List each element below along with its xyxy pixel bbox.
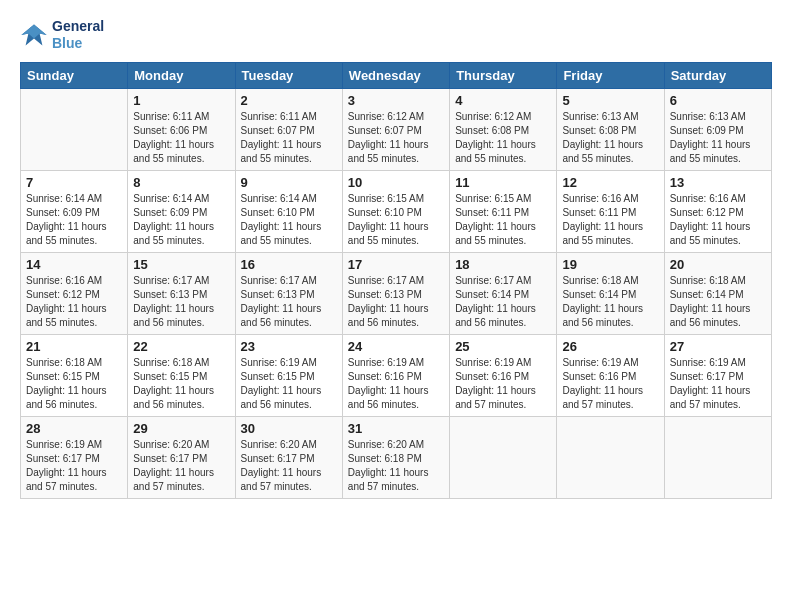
day-info: Sunrise: 6:19 AM Sunset: 6:16 PM Dayligh… — [455, 356, 551, 412]
day-of-week-header: Monday — [128, 62, 235, 88]
day-info: Sunrise: 6:20 AM Sunset: 6:17 PM Dayligh… — [133, 438, 229, 494]
calendar-cell: 21Sunrise: 6:18 AM Sunset: 6:15 PM Dayli… — [21, 334, 128, 416]
calendar-cell: 7Sunrise: 6:14 AM Sunset: 6:09 PM Daylig… — [21, 170, 128, 252]
calendar-cell — [21, 88, 128, 170]
day-of-week-header: Thursday — [450, 62, 557, 88]
calendar-cell — [557, 416, 664, 498]
calendar-cell: 20Sunrise: 6:18 AM Sunset: 6:14 PM Dayli… — [664, 252, 771, 334]
calendar-cell: 15Sunrise: 6:17 AM Sunset: 6:13 PM Dayli… — [128, 252, 235, 334]
calendar-cell: 4Sunrise: 6:12 AM Sunset: 6:08 PM Daylig… — [450, 88, 557, 170]
day-info: Sunrise: 6:15 AM Sunset: 6:10 PM Dayligh… — [348, 192, 444, 248]
calendar-cell: 3Sunrise: 6:12 AM Sunset: 6:07 PM Daylig… — [342, 88, 449, 170]
day-number: 30 — [241, 421, 337, 436]
day-number: 7 — [26, 175, 122, 190]
day-info: Sunrise: 6:19 AM Sunset: 6:15 PM Dayligh… — [241, 356, 337, 412]
day-number: 11 — [455, 175, 551, 190]
calendar-week-row: 1Sunrise: 6:11 AM Sunset: 6:06 PM Daylig… — [21, 88, 772, 170]
day-info: Sunrise: 6:16 AM Sunset: 6:11 PM Dayligh… — [562, 192, 658, 248]
day-number: 10 — [348, 175, 444, 190]
day-number: 28 — [26, 421, 122, 436]
day-info: Sunrise: 6:11 AM Sunset: 6:07 PM Dayligh… — [241, 110, 337, 166]
calendar-cell: 23Sunrise: 6:19 AM Sunset: 6:15 PM Dayli… — [235, 334, 342, 416]
day-number: 8 — [133, 175, 229, 190]
day-of-week-header: Friday — [557, 62, 664, 88]
day-info: Sunrise: 6:15 AM Sunset: 6:11 PM Dayligh… — [455, 192, 551, 248]
day-number: 15 — [133, 257, 229, 272]
calendar-cell: 30Sunrise: 6:20 AM Sunset: 6:17 PM Dayli… — [235, 416, 342, 498]
day-number: 9 — [241, 175, 337, 190]
day-of-week-header: Tuesday — [235, 62, 342, 88]
day-number: 2 — [241, 93, 337, 108]
day-number: 14 — [26, 257, 122, 272]
calendar-cell: 22Sunrise: 6:18 AM Sunset: 6:15 PM Dayli… — [128, 334, 235, 416]
calendar-header-row: SundayMondayTuesdayWednesdayThursdayFrid… — [21, 62, 772, 88]
calendar-cell: 17Sunrise: 6:17 AM Sunset: 6:13 PM Dayli… — [342, 252, 449, 334]
calendar-cell: 6Sunrise: 6:13 AM Sunset: 6:09 PM Daylig… — [664, 88, 771, 170]
logo-icon — [20, 21, 48, 49]
calendar-cell: 26Sunrise: 6:19 AM Sunset: 6:16 PM Dayli… — [557, 334, 664, 416]
day-info: Sunrise: 6:18 AM Sunset: 6:15 PM Dayligh… — [133, 356, 229, 412]
calendar-cell: 5Sunrise: 6:13 AM Sunset: 6:08 PM Daylig… — [557, 88, 664, 170]
calendar-cell: 29Sunrise: 6:20 AM Sunset: 6:17 PM Dayli… — [128, 416, 235, 498]
day-info: Sunrise: 6:19 AM Sunset: 6:17 PM Dayligh… — [26, 438, 122, 494]
day-of-week-header: Saturday — [664, 62, 771, 88]
day-number: 21 — [26, 339, 122, 354]
day-number: 6 — [670, 93, 766, 108]
day-info: Sunrise: 6:17 AM Sunset: 6:13 PM Dayligh… — [241, 274, 337, 330]
day-of-week-header: Wednesday — [342, 62, 449, 88]
calendar-cell: 18Sunrise: 6:17 AM Sunset: 6:14 PM Dayli… — [450, 252, 557, 334]
calendar-cell: 28Sunrise: 6:19 AM Sunset: 6:17 PM Dayli… — [21, 416, 128, 498]
calendar-cell: 10Sunrise: 6:15 AM Sunset: 6:10 PM Dayli… — [342, 170, 449, 252]
day-info: Sunrise: 6:20 AM Sunset: 6:18 PM Dayligh… — [348, 438, 444, 494]
calendar-table: SundayMondayTuesdayWednesdayThursdayFrid… — [20, 62, 772, 499]
day-info: Sunrise: 6:19 AM Sunset: 6:16 PM Dayligh… — [348, 356, 444, 412]
calendar-cell: 11Sunrise: 6:15 AM Sunset: 6:11 PM Dayli… — [450, 170, 557, 252]
logo: General Blue — [20, 18, 104, 52]
day-info: Sunrise: 6:18 AM Sunset: 6:15 PM Dayligh… — [26, 356, 122, 412]
calendar-cell: 19Sunrise: 6:18 AM Sunset: 6:14 PM Dayli… — [557, 252, 664, 334]
day-info: Sunrise: 6:12 AM Sunset: 6:08 PM Dayligh… — [455, 110, 551, 166]
day-info: Sunrise: 6:16 AM Sunset: 6:12 PM Dayligh… — [670, 192, 766, 248]
calendar-cell — [664, 416, 771, 498]
day-number: 17 — [348, 257, 444, 272]
day-number: 27 — [670, 339, 766, 354]
calendar-week-row: 14Sunrise: 6:16 AM Sunset: 6:12 PM Dayli… — [21, 252, 772, 334]
calendar-cell: 24Sunrise: 6:19 AM Sunset: 6:16 PM Dayli… — [342, 334, 449, 416]
day-info: Sunrise: 6:19 AM Sunset: 6:17 PM Dayligh… — [670, 356, 766, 412]
day-number: 29 — [133, 421, 229, 436]
day-info: Sunrise: 6:14 AM Sunset: 6:09 PM Dayligh… — [133, 192, 229, 248]
day-info: Sunrise: 6:17 AM Sunset: 6:13 PM Dayligh… — [348, 274, 444, 330]
calendar-cell: 25Sunrise: 6:19 AM Sunset: 6:16 PM Dayli… — [450, 334, 557, 416]
calendar-week-row: 7Sunrise: 6:14 AM Sunset: 6:09 PM Daylig… — [21, 170, 772, 252]
day-info: Sunrise: 6:18 AM Sunset: 6:14 PM Dayligh… — [670, 274, 766, 330]
page-header: General Blue — [20, 18, 772, 52]
svg-marker-1 — [21, 24, 46, 38]
day-number: 1 — [133, 93, 229, 108]
calendar-cell: 31Sunrise: 6:20 AM Sunset: 6:18 PM Dayli… — [342, 416, 449, 498]
day-info: Sunrise: 6:11 AM Sunset: 6:06 PM Dayligh… — [133, 110, 229, 166]
day-number: 18 — [455, 257, 551, 272]
day-number: 20 — [670, 257, 766, 272]
day-info: Sunrise: 6:20 AM Sunset: 6:17 PM Dayligh… — [241, 438, 337, 494]
day-number: 5 — [562, 93, 658, 108]
day-number: 4 — [455, 93, 551, 108]
calendar-cell: 16Sunrise: 6:17 AM Sunset: 6:13 PM Dayli… — [235, 252, 342, 334]
calendar-cell — [450, 416, 557, 498]
day-number: 26 — [562, 339, 658, 354]
calendar-cell: 2Sunrise: 6:11 AM Sunset: 6:07 PM Daylig… — [235, 88, 342, 170]
day-info: Sunrise: 6:13 AM Sunset: 6:09 PM Dayligh… — [670, 110, 766, 166]
day-info: Sunrise: 6:16 AM Sunset: 6:12 PM Dayligh… — [26, 274, 122, 330]
day-number: 24 — [348, 339, 444, 354]
day-number: 13 — [670, 175, 766, 190]
calendar-cell: 1Sunrise: 6:11 AM Sunset: 6:06 PM Daylig… — [128, 88, 235, 170]
day-number: 3 — [348, 93, 444, 108]
day-number: 19 — [562, 257, 658, 272]
logo-text: General Blue — [52, 18, 104, 52]
calendar-cell: 8Sunrise: 6:14 AM Sunset: 6:09 PM Daylig… — [128, 170, 235, 252]
day-info: Sunrise: 6:19 AM Sunset: 6:16 PM Dayligh… — [562, 356, 658, 412]
calendar-cell: 9Sunrise: 6:14 AM Sunset: 6:10 PM Daylig… — [235, 170, 342, 252]
day-info: Sunrise: 6:17 AM Sunset: 6:14 PM Dayligh… — [455, 274, 551, 330]
day-info: Sunrise: 6:18 AM Sunset: 6:14 PM Dayligh… — [562, 274, 658, 330]
day-number: 16 — [241, 257, 337, 272]
calendar-week-row: 21Sunrise: 6:18 AM Sunset: 6:15 PM Dayli… — [21, 334, 772, 416]
